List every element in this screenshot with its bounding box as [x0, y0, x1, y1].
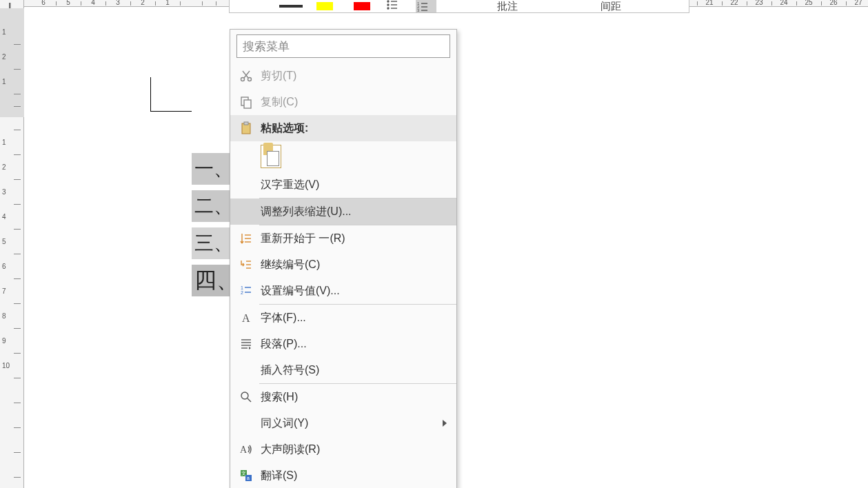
ruler-num: 6	[41, 0, 46, 6]
ruler-num: 3	[116, 0, 120, 6]
list-item[interactable]: 一、	[192, 153, 230, 185]
copy-icon	[237, 93, 255, 111]
ruler-num: 21	[705, 0, 713, 6]
paste-option-keep-source[interactable]	[261, 145, 281, 168]
menu-item-label: 搜索(H)	[261, 390, 456, 405]
ruler-num: 10	[2, 362, 10, 369]
set-number-icon: 12	[237, 282, 255, 300]
ruler-num: 2	[141, 0, 145, 6]
menu-search-input[interactable]: 搜索菜单	[236, 34, 450, 58]
menu-item-label: 设置编号值(V)...	[261, 284, 456, 298]
menu-item-label: 复制(C)	[261, 95, 456, 110]
comment-button[interactable]: 批注	[497, 0, 518, 13]
vertical-ruler[interactable]: L 1 2 1 1 2 3 4 5 6 7 8 9 10	[0, 7, 24, 488]
ruler-num: 1	[2, 28, 6, 36]
menu-item-translate[interactable]: 文a 翻译(S)	[230, 462, 456, 488]
ruler-num: 3	[2, 188, 6, 196]
read-aloud-icon: A	[237, 440, 255, 458]
search-icon	[237, 388, 255, 406]
context-menu: 搜索菜单 剪切(T) 复制(C) 粘贴选项: 汉字重选(V) 调整列表缩进(U)…	[230, 29, 457, 488]
ruler-num: 9	[2, 337, 6, 345]
svg-text:2: 2	[241, 290, 243, 295]
continue-list-icon	[237, 256, 255, 274]
blank-icon	[237, 361, 255, 379]
scissors-icon	[237, 67, 255, 85]
translate-icon: 文a	[237, 467, 255, 485]
ruler-num: 27	[854, 0, 862, 6]
svg-text:A: A	[242, 312, 250, 324]
bullets-button[interactable]	[385, 0, 406, 14]
paste-options-row	[230, 141, 456, 172]
ruler-num: 7	[2, 287, 6, 295]
menu-item-label: 剪切(T)	[261, 69, 456, 83]
menu-item-adjust-list-indent[interactable]: 调整列表缩进(U)...	[230, 199, 456, 225]
svg-text:a: a	[247, 476, 250, 480]
clipboard-icon	[237, 119, 255, 137]
blank-icon	[237, 414, 255, 432]
menu-item-synonyms[interactable]: 同义词(Y)	[230, 410, 456, 436]
menu-item-label: 字体(F)...	[261, 311, 456, 325]
search-placeholder: 搜索菜单	[243, 39, 290, 54]
svg-text:A: A	[240, 445, 248, 455]
svg-line-37	[248, 398, 251, 402]
menu-item-label: 汉字重选(V)	[261, 178, 456, 192]
menu-item-hanzi-reselect[interactable]: 汉字重选(V)	[230, 172, 456, 198]
menu-item-font[interactable]: A 字体(F)...	[230, 305, 456, 331]
menu-item-paragraph[interactable]: 段落(P)...	[230, 331, 456, 357]
ruler-num: 5	[66, 0, 70, 6]
ruler-num: 1	[165, 0, 170, 6]
menu-item-label: 重新开始于 一(R)	[261, 232, 456, 246]
svg-point-2	[387, 4, 389, 6]
ruler-num: 23	[755, 0, 763, 6]
svg-point-0	[387, 1, 389, 2]
font-icon: A	[237, 309, 255, 327]
menu-item-restart-numbering[interactable]: 重新开始于 一(R)	[230, 225, 456, 252]
ruler-num: 22	[730, 0, 738, 6]
text-box-outline	[150, 77, 192, 112]
font-color-swatch-red[interactable]	[354, 2, 370, 10]
highlight-color-swatch[interactable]	[316, 2, 333, 10]
blank-icon	[237, 203, 255, 221]
list-item[interactable]: 四、	[192, 265, 230, 296]
mini-toolbar[interactable]: 123 批注 间距	[229, 0, 689, 13]
blank-icon	[237, 176, 255, 194]
numbering-button[interactable]: 123	[416, 0, 436, 12]
svg-rect-19	[244, 122, 248, 125]
svg-text:1: 1	[241, 285, 243, 290]
ruler-num: 5	[2, 238, 6, 245]
svg-text:3: 3	[417, 8, 420, 12]
paragraph-icon	[237, 335, 255, 353]
ruler-num: 4	[2, 213, 6, 221]
selected-list[interactable]: 一、 二、 三、 四、	[192, 153, 230, 302]
ruler-num: 8	[2, 312, 6, 320]
menu-item-label: 插入符号(S)	[261, 363, 456, 378]
menu-item-label: 大声朗读(R)	[261, 443, 456, 457]
menu-item-label: 继续编号(C)	[261, 258, 456, 272]
ruler-num: 2	[2, 53, 6, 61]
menu-item-read-aloud[interactable]: A 大声朗读(R)	[230, 436, 456, 462]
list-item[interactable]: 三、	[192, 227, 230, 259]
svg-point-4	[387, 8, 389, 9]
menu-item-copy: 复制(C)	[230, 89, 456, 115]
menu-item-continue-numbering[interactable]: 继续编号(C)	[230, 252, 456, 278]
spacing-button[interactable]: 间距	[600, 0, 621, 13]
svg-point-36	[241, 392, 248, 399]
menu-item-set-numbering-value[interactable]: 12 设置编号值(V)...	[230, 278, 456, 304]
ruler-num: 25	[805, 0, 812, 6]
menu-item-label: 翻译(S)	[261, 469, 456, 483]
menu-item-insert-symbol[interactable]: 插入符号(S)	[230, 357, 456, 383]
menu-item-label: 段落(P)...	[261, 337, 456, 352]
list-item[interactable]: 二、	[192, 190, 230, 222]
svg-rect-17	[244, 100, 251, 108]
ruler-num: 2	[2, 163, 6, 171]
ruler-num: 26	[829, 0, 837, 6]
svg-text:文: 文	[241, 471, 246, 476]
menu-header-paste-options: 粘贴选项:	[230, 115, 456, 141]
menu-item-cut: 剪切(T)	[230, 63, 456, 89]
menu-item-search[interactable]: 搜索(H)	[230, 384, 456, 410]
font-color-swatch[interactable]	[279, 5, 303, 8]
ruler-num: 6	[2, 263, 6, 270]
svg-point-13	[248, 78, 252, 81]
chevron-right-icon	[443, 420, 447, 427]
ruler-num: 4	[91, 0, 95, 6]
